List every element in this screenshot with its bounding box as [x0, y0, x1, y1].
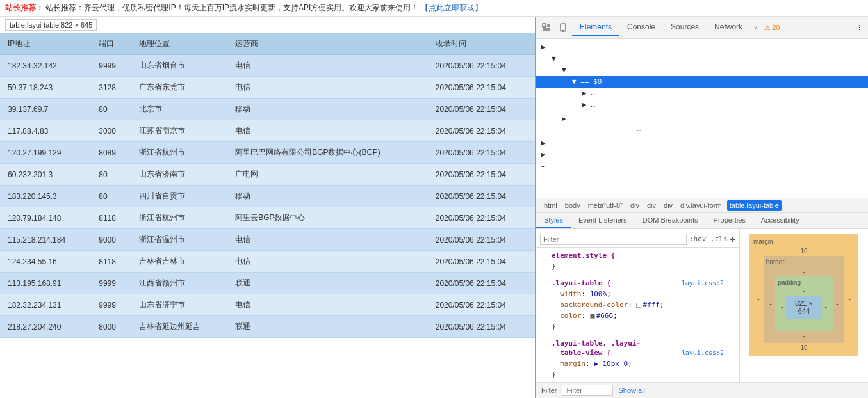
table-scroll[interactable]: IP地址 端口 地理位置 运营商 收录时间 182.34.32.1429999山… — [0, 33, 535, 398]
margin-left-val: - — [753, 296, 764, 303]
filter-pseudo[interactable]: :hov .cls — [689, 235, 728, 243]
table-cell: 183.220.145.3 — [0, 186, 91, 207]
bottom-filter-input[interactable] — [562, 385, 613, 396]
data-table: IP地址 端口 地理位置 运营商 收录时间 182.34.32.1429999山… — [0, 33, 535, 338]
breadcrumb-item[interactable]: div — [644, 200, 659, 211]
show-all-link[interactable]: Show all — [618, 386, 645, 394]
dom-line[interactable]: ▶ — [536, 42, 868, 53]
tab-console[interactable]: Console — [619, 19, 663, 36]
inspect-icon[interactable] — [539, 20, 554, 35]
breadcrumb-item[interactable]: html — [541, 200, 560, 211]
table-cell: 2020/05/06 22:15:04 — [428, 294, 535, 316]
breadcrumb-item[interactable]: div.layui-form — [678, 200, 725, 211]
breadcrumb-bar: html body meta"utf-8" div div div div.la… — [536, 198, 868, 213]
bottom-filter-bar: Filter Show all — [536, 382, 868, 398]
table-row: 183.220.145.380四川省自贡市移动2020/05/06 22:15:… — [0, 186, 535, 207]
breadcrumb-item[interactable]: meta"utf-8" — [585, 200, 625, 211]
table-cell: 江苏省南京市 — [131, 120, 227, 142]
devtools-topbar: Elements Console Sources Network » ⚠ 20 … — [536, 17, 868, 39]
box-model-container: margin 10 - border - - padding- — [745, 234, 863, 356]
table-cell: 113.195.168.91 — [0, 273, 91, 294]
dom-line[interactable]: ▶ … — [536, 99, 868, 111]
margin-right-val: - — [844, 296, 855, 303]
banner-link[interactable]: 【点此立即获取】 — [421, 3, 482, 12]
more-tabs[interactable]: » — [750, 21, 762, 34]
table-row: 124.234.55.168118吉林省吉林市电信2020/05/06 22:1… — [0, 251, 535, 273]
border-label: border — [766, 259, 785, 266]
breadcrumb-item[interactable]: table.layui-table — [727, 200, 782, 211]
table-cell: 2020/05/06 22:15:04 — [428, 77, 535, 99]
table-row: 182.34.32.1429999山东省烟台市电信2020/05/06 22:1… — [0, 55, 535, 77]
breadcrumb-item[interactable]: body — [562, 200, 583, 211]
css-rule-layui-table-view: .layui-table, .layui- table-view { layui… — [536, 335, 739, 383]
table-cell: 广东省东莞市 — [131, 77, 227, 99]
breadcrumb-item[interactable]: div — [628, 200, 642, 211]
table-cell: 2020/05/06 22:15:04 — [428, 251, 535, 273]
table-cell: 120.27.199.129 — [0, 142, 91, 164]
tab-sources[interactable]: Sources — [663, 19, 707, 36]
warning-indicator[interactable]: ⚠ 20 — [764, 24, 780, 32]
filter-input[interactable] — [540, 234, 687, 245]
table-cell: 80 — [91, 186, 131, 207]
table-cell: 四川省自贡市 — [131, 186, 227, 207]
tab-styles[interactable]: Styles — [536, 213, 571, 228]
tab-elements[interactable]: Elements — [572, 19, 619, 36]
tab-network[interactable]: Network — [707, 19, 750, 36]
device-icon[interactable] — [555, 20, 571, 35]
col-time: 收录时间 — [428, 33, 535, 55]
filter-add[interactable]: + — [730, 234, 735, 244]
css-source-1[interactable]: layui.css:2 — [682, 278, 724, 288]
padding-bottom-val: - — [778, 320, 830, 327]
svg-rect-0 — [543, 24, 546, 27]
table-cell: 电信 — [227, 294, 428, 316]
devtools-menu[interactable]: ⋮ — [853, 21, 865, 35]
table-cell: 江西省赣州市 — [131, 273, 227, 294]
table-cell: 阿里云BGP数据中心 — [227, 207, 428, 229]
table-cell: 3000 — [91, 120, 131, 142]
table-row: 218.27.204.2408000吉林省延边州延吉联通2020/05/06 2… — [0, 316, 535, 338]
padding-left-val: - — [778, 303, 786, 310]
table-cell: 2020/05/06 22:15:04 — [428, 273, 535, 294]
tab-event-listeners[interactable]: Event Listeners — [571, 213, 635, 228]
border-right-val: - — [833, 300, 842, 307]
table-cell: 3128 — [91, 77, 131, 99]
css-source-2[interactable]: layui.css:2 — [682, 348, 724, 358]
main-area: table.layui-table 822 × 645 IP地址 端口 地理位置… — [0, 17, 868, 398]
margin-bottom-val: 10 — [753, 344, 855, 351]
col-ip: IP地址 — [0, 33, 91, 55]
dom-line[interactable]: ▼ — [536, 53, 868, 65]
table-cell: 阿里巴巴网络有限公司BGP数据中心(BGP) — [227, 142, 428, 164]
dom-line[interactable]: ▶ … — [536, 88, 868, 99]
padding-middle-row: - 821 × 644 - — [778, 296, 830, 319]
tab-properties[interactable]: Properties — [706, 213, 753, 228]
table-cell: 2020/05/06 22:15:04 — [428, 316, 535, 338]
table-cell: 浙江省温州市 — [131, 229, 227, 251]
dom-line[interactable]: ▶ — [536, 138, 868, 149]
dom-line[interactable]: ▶ … — [536, 113, 868, 135]
table-cell: 39.137.69.7 — [0, 99, 91, 120]
styles-tabs: Styles Event Listeners DOM Breakpoints P… — [536, 213, 868, 229]
bottom-filter-label: Filter — [541, 386, 557, 394]
left-panel: table.layui-table 822 × 645 IP地址 端口 地理位置… — [0, 17, 535, 398]
dom-line[interactable]: ▼ == $0 — [536, 76, 868, 88]
table-cell: 117.88.4.83 — [0, 120, 91, 142]
tab-dom-breakpoints[interactable]: DOM Breakpoints — [635, 213, 706, 228]
warning-count: 20 — [772, 24, 780, 31]
table-cell: 2020/05/06 22:15:04 — [428, 229, 535, 251]
breadcrumb-item[interactable]: div — [661, 200, 675, 211]
dom-line[interactable]: ▶ … — [536, 149, 868, 171]
padding-box: padding- - - 821 × 644 - - — [775, 276, 832, 331]
table-row: 115.218.214.1849000浙江省温州市电信2020/05/06 22… — [0, 229, 535, 251]
dom-line[interactable]: ▼ — [536, 65, 868, 76]
tab-accessibility[interactable]: Accessibility — [753, 213, 807, 228]
top-banner: 站长推荐： 站长推荐：齐云代理，优质私密代理IP！每天上百万IP流水实时更新，支… — [0, 0, 868, 17]
table-cell: 182.34.32.142 — [0, 55, 91, 77]
table-row: 120.27.199.1298089浙江省杭州市阿里巴巴网络有限公司BGP数据中… — [0, 142, 535, 164]
dom-tree[interactable]: ▶ ▼ ▼ ▼ == $0▶ …▶ …▶ …▶ ▶ … — [536, 39, 868, 198]
table-row: 182.32.234.1319999山东省济宁市电信2020/05/06 22:… — [0, 294, 535, 316]
border-bottom-val: - — [766, 332, 842, 339]
table-header-row: IP地址 端口 地理位置 运营商 收录时间 — [0, 33, 535, 55]
table-row: 113.195.168.919999江西省赣州市联通2020/05/06 22:… — [0, 273, 535, 294]
styles-left[interactable]: :hov .cls + element.style { } .layui-tab… — [536, 229, 740, 383]
table-row: 117.88.4.833000江苏省南京市电信2020/05/06 22:15:… — [0, 120, 535, 142]
